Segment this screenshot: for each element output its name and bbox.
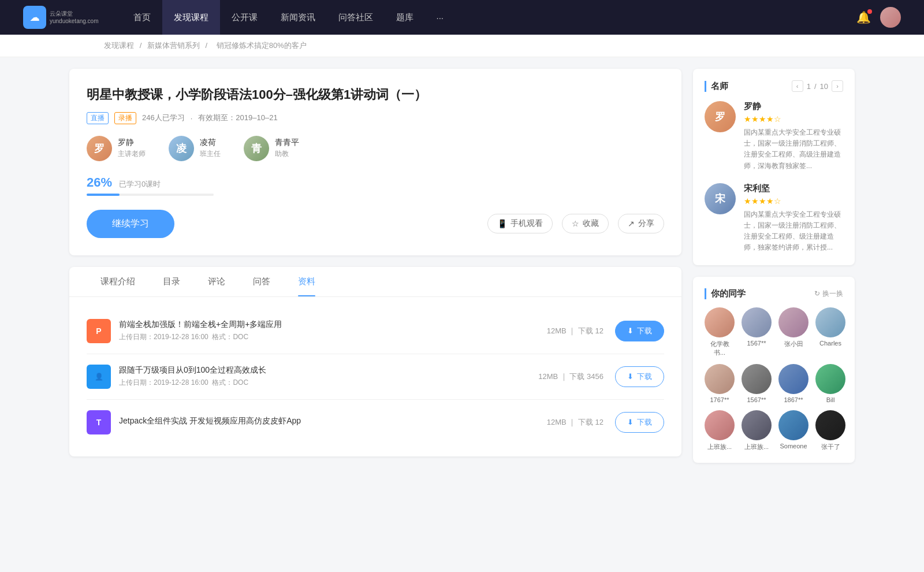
breadcrumb-series[interactable]: 新媒体营销系列	[147, 41, 200, 50]
tab-content: P 前端全栈加强版！前端全栈+全周期+多端应用 上传日期：2019-12-28 …	[69, 297, 681, 456]
classmate-5-avatar	[705, 364, 735, 394]
classmates-title: 你的同学	[705, 288, 746, 299]
action-buttons: 📱 手机观看 ☆ 收藏 ↗ 分享	[487, 214, 664, 233]
user-avatar[interactable]	[880, 7, 901, 28]
sidebar-teacher-2-avatar: 宋	[705, 183, 736, 214]
download-icon-3: ⬇	[627, 418, 634, 426]
nav-discover[interactable]: 发现课程	[162, 0, 220, 35]
classmate-9[interactable]: 上班族...	[705, 410, 735, 451]
tag-live: 直播	[87, 112, 109, 124]
notification-dot	[867, 9, 872, 14]
sidebar-teacher-1-desc: 国内某重点大学安全工程专业硕士，国家一级注册消防工程师、注册安全工程师、高级注册…	[744, 127, 843, 172]
teacher-1-role: 主讲老师	[118, 149, 146, 159]
file-icon-2: 👤	[87, 365, 111, 389]
sidebar-teacher-1-info: 罗静 ★★★★☆ 国内某重点大学安全工程专业硕士，国家一级注册消防工程师、注册安…	[744, 101, 843, 172]
classmate-11[interactable]: Someone	[778, 410, 808, 451]
sidebar-teacher-1: 罗 罗静 ★★★★☆ 国内某重点大学安全工程专业硕士，国家一级注册消防工程师、注…	[705, 101, 843, 172]
download-btn-2[interactable]: ⬇ 下载	[615, 366, 664, 387]
nav-logo[interactable]: ☁ 云朵课堂 yunduoketang.com	[23, 6, 99, 29]
navbar: ☁ 云朵课堂 yunduoketang.com 首页 发现课程 公开课 新闻资讯…	[0, 0, 924, 35]
classmate-7-name: 1867**	[784, 396, 803, 403]
tab-review[interactable]: 评论	[194, 267, 239, 296]
teacher-2-avatar: 凌	[169, 136, 194, 161]
classmate-1[interactable]: 化学教书...	[705, 307, 735, 357]
continue-button[interactable]: 继续学习	[87, 210, 174, 238]
expiry-date: 有效期至：2019–10–21	[198, 113, 277, 123]
download-icon-2: ⬇	[627, 372, 634, 381]
nav-more[interactable]: ···	[425, 0, 456, 35]
share-btn[interactable]: ↗ 分享	[618, 214, 664, 233]
file-info-3: Jetpack全组件实战 开发短视频应用高仿皮皮虾App	[119, 416, 547, 429]
classmate-5[interactable]: 1767**	[705, 364, 735, 403]
tabs-section: 课程介绍 目录 评论 问答 资料 P 前端全栈加强版！前端全栈+全周期+多端应用…	[69, 267, 681, 456]
teachers-pagination: ‹ 1 / 10 ›	[792, 80, 843, 92]
classmate-2-name: 1567**	[747, 340, 766, 347]
classmate-10-avatar	[742, 410, 772, 440]
phone-watch-btn[interactable]: 📱 手机观看	[487, 214, 553, 233]
breadcrumb-current: 销冠修炼术搞定80%的客户	[217, 41, 307, 50]
classmate-1-name: 化学教书...	[705, 340, 735, 357]
download-btn-1[interactable]: ⬇ 下载	[615, 321, 664, 341]
nav-qa[interactable]: 问答社区	[327, 0, 385, 35]
sidebar-teacher-2: 宋 宋利坚 ★★★★☆ 国内某重点大学安全工程专业硕士，国家一级注册消防工程师、…	[705, 183, 843, 254]
progress-label: 已学习0课时	[119, 180, 161, 188]
teacher-2: 凌 凌荷 班主任	[169, 136, 221, 161]
tag-replay: 录播	[114, 112, 136, 124]
file-item-2: 👤 跟随千万级项目从0到100全过程高效成长 上传日期：2019-12-28 1…	[87, 354, 664, 400]
next-page-btn[interactable]: ›	[832, 80, 843, 92]
classmates-header: 你的同学 ↻ 换一换	[705, 288, 843, 299]
file-name-3: Jetpack全组件实战 开发短视频应用高仿皮皮虾App	[119, 416, 547, 426]
classmate-12[interactable]: 张干了	[815, 410, 845, 451]
classmate-12-avatar	[815, 410, 845, 440]
classmate-10[interactable]: 上班族...	[742, 410, 772, 451]
nav-open[interactable]: 公开课	[220, 0, 269, 35]
download-btn-3[interactable]: ⬇ 下载	[615, 412, 664, 433]
classmate-6[interactable]: 1567**	[742, 364, 772, 403]
refresh-btn[interactable]: ↻ 换一换	[814, 289, 843, 299]
page-current: 1	[807, 82, 811, 91]
sidebar-teacher-1-avatar: 罗	[705, 101, 736, 132]
collect-btn[interactable]: ☆ 收藏	[562, 214, 609, 233]
classmate-8[interactable]: Bill	[815, 364, 845, 403]
file-meta-2: 上传日期：2019-12-28 16:00 格式：DOC	[119, 378, 538, 388]
classmate-6-name: 1567**	[747, 396, 766, 403]
file-stats-1: 12MB ｜ 下载 12	[547, 326, 603, 336]
classmate-2[interactable]: 1567**	[742, 307, 772, 357]
file-item-3: T Jetpack全组件实战 开发短视频应用高仿皮皮虾App 12MB ｜ 下载…	[87, 400, 664, 445]
classmate-1-avatar	[705, 307, 735, 337]
nav-exam[interactable]: 题库	[385, 0, 425, 35]
tab-intro[interactable]: 课程介绍	[87, 267, 149, 296]
progress-bar-fill	[87, 194, 120, 196]
phone-icon: 📱	[497, 219, 507, 228]
course-card: 明星中教授课，小学阶段语法100分–强化级第1讲动词（一） 直播 录播 246人…	[69, 69, 681, 255]
notification-bell[interactable]: 🔔	[856, 10, 871, 24]
download-icon-1: ⬇	[627, 326, 634, 335]
tab-qa[interactable]: 问答	[239, 267, 284, 296]
teacher-2-name: 凌荷	[200, 138, 221, 148]
tab-material[interactable]: 资料	[284, 267, 329, 296]
sidebar-teacher-2-desc: 国内某重点大学安全工程专业硕士，国家一级注册消防工程师、注册安全工程师、级注册建…	[744, 209, 843, 254]
breadcrumb-home[interactable]: 发现课程	[104, 41, 134, 50]
nav-home[interactable]: 首页	[122, 0, 162, 35]
nav-news[interactable]: 新闻资讯	[269, 0, 327, 35]
classmate-4[interactable]: Charles	[815, 307, 845, 357]
prev-page-btn[interactable]: ‹	[792, 80, 803, 92]
tab-toc[interactable]: 目录	[149, 267, 194, 296]
refresh-icon: ↻	[814, 289, 820, 298]
classmate-11-avatar	[778, 410, 808, 440]
nav-items: 首页 发现课程 公开课 新闻资讯 问答社区 题库 ···	[122, 0, 856, 35]
file-icon-1: P	[87, 319, 111, 343]
course-meta: 直播 录播 246人已学习 · 有效期至：2019–10–21	[87, 112, 664, 124]
course-actions: 继续学习 📱 手机观看 ☆ 收藏 ↗ 分享	[87, 210, 664, 238]
classmate-3[interactable]: 张小田	[778, 307, 808, 357]
classmate-8-name: Bill	[826, 396, 835, 403]
teacher-3: 青 青青平 助教	[244, 136, 299, 161]
teacher-3-name: 青青平	[275, 138, 299, 148]
classmate-7[interactable]: 1867**	[778, 364, 808, 403]
breadcrumb: 发现课程 / 新媒体营销系列 / 销冠修炼术搞定80%的客户	[0, 35, 924, 57]
classmate-9-name: 上班族...	[707, 443, 732, 451]
nav-right: 🔔	[856, 7, 901, 28]
teachers-row: 罗 罗静 主讲老师 凌 凌荷 班主任	[87, 136, 664, 161]
file-name-1: 前端全栈加强版！前端全栈+全周期+多端应用	[119, 320, 547, 330]
logo-icon: ☁	[23, 6, 46, 29]
